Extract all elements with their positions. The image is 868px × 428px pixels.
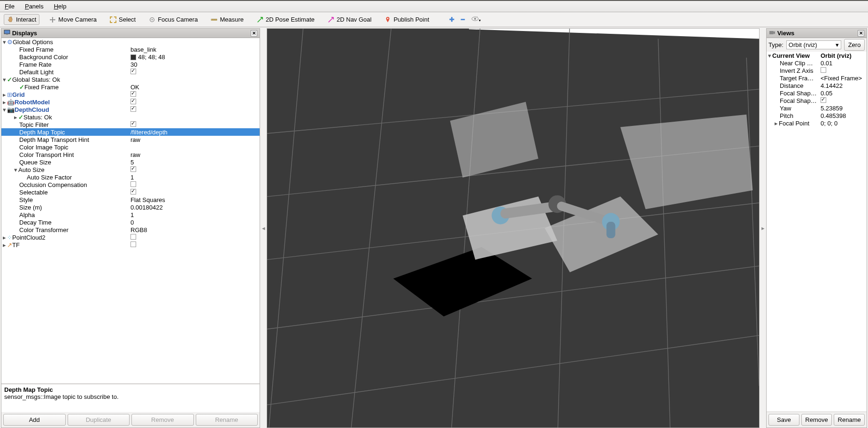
menu-help[interactable]: Help xyxy=(52,2,69,11)
move-camera-label: Move Camera xyxy=(58,16,97,23)
interact-label: Interact xyxy=(16,16,36,23)
checkbox[interactable] xyxy=(131,234,136,240)
prop-focal-shape-size[interactable]: Focal Shap…0.05 xyxy=(767,89,867,97)
svg-rect-10 xyxy=(4,30,10,34)
checkbox[interactable] xyxy=(131,69,136,74)
prop-selectable[interactable]: Selectable xyxy=(1,188,260,196)
views-tree[interactable]: Current ViewOrbit (rviz) Near Clip …0.01… xyxy=(767,52,867,412)
prop-auto-size-factor[interactable]: Auto Size Factor1 xyxy=(1,173,260,181)
displays-header[interactable]: Displays ✕ xyxy=(1,29,260,38)
prop-status-fixed-frame[interactable]: ✓ Fixed FrameOK xyxy=(1,83,260,91)
tree-global-options[interactable]: ⚙ Global Options xyxy=(1,38,260,46)
tree-focal-point[interactable]: Focal Point0; 0; 0 xyxy=(767,119,867,127)
svg-rect-11 xyxy=(6,34,8,35)
prop-bg-color[interactable]: Background Color48; 48; 48 xyxy=(1,53,260,61)
checkbox[interactable] xyxy=(131,91,136,97)
type-select[interactable]: Orbit (rviz)▾ xyxy=(786,40,841,49)
measure-label: Measure xyxy=(220,16,244,23)
prop-topic-filter[interactable]: Topic Filter xyxy=(1,121,260,128)
tree-grid[interactable]: ⊞ Grid xyxy=(1,91,260,98)
tree-robot-model[interactable]: 🤖 RobotModel xyxy=(1,98,260,106)
checkbox[interactable] xyxy=(131,189,136,195)
help-desc: sensor_msgs::Image topic to subscribe to… xyxy=(4,393,257,400)
prop-frame-rate[interactable]: Frame Rate30 xyxy=(1,61,260,68)
publish-point-button[interactable]: Publish Point xyxy=(381,14,432,25)
tree-current-view[interactable]: Current ViewOrbit (rviz) xyxy=(767,52,867,59)
prop-style[interactable]: StyleFlat Squares xyxy=(1,196,260,203)
eye-icon[interactable]: ▾ xyxy=(471,16,481,23)
menu-panels[interactable]: Panels xyxy=(23,2,46,11)
checkbox[interactable] xyxy=(131,121,136,127)
prop-target-frame[interactable]: Target Fra…<Fixed Frame> xyxy=(767,74,867,82)
focus-camera-button[interactable]: Focus Camera xyxy=(146,14,201,25)
prop-focal-shape-fixed[interactable]: Focal Shap… xyxy=(767,97,867,104)
prop-alpha[interactable]: Alpha1 xyxy=(1,211,260,218)
checkbox[interactable] xyxy=(821,67,826,73)
help-box: Depth Map Topic sensor_msgs::Image topic… xyxy=(1,384,260,412)
prop-fixed-frame[interactable]: Fixed Framebase_link xyxy=(1,46,260,53)
splitter-right[interactable]: ▸ xyxy=(760,27,765,428)
checkbox[interactable] xyxy=(131,241,136,247)
select-button[interactable]: Select xyxy=(107,14,139,25)
move-camera-button[interactable]: Move Camera xyxy=(46,14,100,25)
duplicate-button[interactable]: Duplicate xyxy=(68,414,130,426)
plus-icon[interactable]: ✚ xyxy=(449,16,454,23)
pose-estimate-button[interactable]: 2D Pose Estimate xyxy=(253,14,318,25)
add-button[interactable]: Add xyxy=(3,414,66,426)
interact-button[interactable]: Interact xyxy=(4,14,39,25)
prop-pitch[interactable]: Pitch0.485398 xyxy=(767,112,867,119)
tree-depth-cloud[interactable]: 📷 DepthCloud xyxy=(1,106,260,113)
prop-yaw[interactable]: Yaw5.23859 xyxy=(767,104,867,112)
views-close-icon[interactable]: ✕ xyxy=(858,30,864,37)
views-type-row: Type: Orbit (rviz)▾ Zero xyxy=(767,38,867,52)
minus-icon[interactable]: ━ xyxy=(461,16,465,23)
prop-color-hint[interactable]: Color Transport Hintraw xyxy=(1,151,260,158)
remove-button[interactable]: Remove xyxy=(131,414,194,426)
menubar: File Panels Help xyxy=(0,0,868,12)
prop-size-m[interactable]: Size (m)0.00180422 xyxy=(1,203,260,211)
prop-color-transformer[interactable]: Color TransformerRGB8 xyxy=(1,226,260,233)
prop-invert-z[interactable]: Invert Z Axis xyxy=(767,67,867,74)
rename-button[interactable]: Rename xyxy=(196,414,258,426)
prop-default-light[interactable]: Default Light xyxy=(1,68,260,76)
views-header[interactable]: Views ✕ xyxy=(767,29,867,38)
prop-depth-map-topic[interactable]: Depth Map Topic/filtered/depth xyxy=(1,128,260,136)
nav-goal-button[interactable]: 2D Nav Goal xyxy=(324,14,375,25)
prop-occlusion[interactable]: Occlusion Compensation xyxy=(1,181,260,188)
tree-pointcloud2[interactable]: ⁘ PointCloud2 xyxy=(1,233,260,241)
move-icon xyxy=(49,16,56,23)
displays-tree[interactable]: ⚙ Global Options Fixed Framebase_link Ba… xyxy=(1,38,260,384)
prop-depth-map-hint[interactable]: Depth Map Transport Hintraw xyxy=(1,136,260,143)
prop-auto-size[interactable]: Auto Size xyxy=(1,166,260,173)
checkbox[interactable] xyxy=(131,181,136,187)
checkbox[interactable] xyxy=(131,166,136,172)
viewport-scene xyxy=(267,29,759,428)
zero-button[interactable]: Zero xyxy=(844,39,865,51)
tree-dc-status[interactable]: ✓ Status: Ok xyxy=(1,113,260,121)
splitter-left[interactable]: ◂ xyxy=(261,27,266,428)
arrow-pink-icon xyxy=(328,16,334,23)
tree-tf[interactable]: ↗ TF xyxy=(1,241,260,249)
prop-near-clip[interactable]: Near Clip …0.01 xyxy=(767,59,867,67)
views-rename-button[interactable]: Rename xyxy=(834,414,865,426)
displays-close-icon[interactable]: ✕ xyxy=(251,30,257,37)
views-remove-button[interactable]: Remove xyxy=(801,414,832,426)
help-title: Depth Map Topic xyxy=(4,386,257,393)
displays-buttons: Add Duplicate Remove Rename xyxy=(1,412,260,428)
checkbox[interactable] xyxy=(131,106,136,112)
prop-queue-size[interactable]: Queue Size5 xyxy=(1,158,260,166)
svg-point-9 xyxy=(474,18,476,20)
prop-distance[interactable]: Distance4.14422 xyxy=(767,82,867,89)
3d-viewport[interactable] xyxy=(267,28,760,428)
prop-decay[interactable]: Decay Time0 xyxy=(1,218,260,226)
views-save-button[interactable]: Save xyxy=(768,414,799,426)
displays-title: Displays xyxy=(12,30,37,37)
checkbox[interactable] xyxy=(131,99,136,104)
menu-file[interactable]: File xyxy=(3,2,16,11)
checkbox[interactable] xyxy=(821,97,826,103)
measure-button[interactable]: Measure xyxy=(207,14,247,25)
tree-global-status[interactable]: ✓ Global Status: Ok xyxy=(1,76,260,83)
svg-point-7 xyxy=(387,18,389,19)
prop-color-image-topic[interactable]: Color Image Topic xyxy=(1,143,260,151)
svg-point-1 xyxy=(152,19,153,20)
